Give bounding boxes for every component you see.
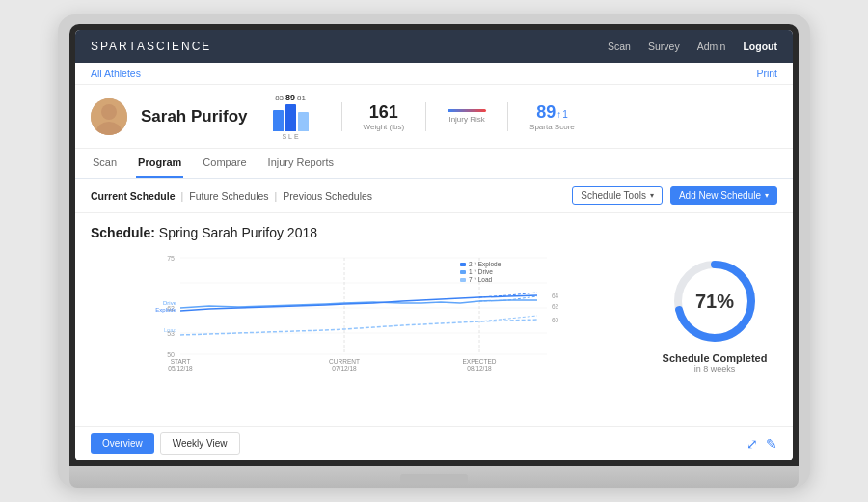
edit-icon[interactable]: ✎ xyxy=(766,436,777,452)
bar-l xyxy=(285,104,296,131)
svg-text:2 * Explode: 2 * Explode xyxy=(469,261,502,268)
svg-text:START: START xyxy=(171,358,191,365)
injury-line xyxy=(448,109,486,112)
sparta-delta: 1 xyxy=(562,109,568,120)
weight-value: 161 xyxy=(364,102,405,123)
svg-text:64: 64 xyxy=(552,293,559,299)
print-link[interactable]: Print xyxy=(756,68,777,79)
bar-label-83: 83 xyxy=(275,94,284,102)
svg-text:7 * Load: 7 * Load xyxy=(469,276,493,283)
chevron-down-icon-2: ▾ xyxy=(765,191,769,200)
completion-label: Schedule Completed xyxy=(663,352,768,364)
divider-3 xyxy=(507,102,508,131)
main-content: Schedule: Spring Sarah Purifoy 2018 xyxy=(75,213,793,426)
svg-point-1 xyxy=(101,104,117,120)
divider-1 xyxy=(341,102,342,131)
divider-2 xyxy=(425,102,426,131)
brand-main: SPARTA xyxy=(91,40,147,53)
schedule-tools-label: Schedule Tools xyxy=(581,190,646,201)
svg-text:Load: Load xyxy=(164,327,176,333)
sparta-label: Sparta Score xyxy=(529,123,575,131)
score-bars: 83 89 81 S L xyxy=(273,93,309,140)
tab-scan[interactable]: Scan xyxy=(91,149,119,178)
bar-label-81: 81 xyxy=(297,94,306,102)
circle-container: 71% xyxy=(671,258,758,345)
tab-program[interactable]: Program xyxy=(136,149,183,178)
athlete-name: Sarah Purifoy xyxy=(141,107,248,126)
sparta-val: 89 xyxy=(536,102,556,123)
sub-header: All Athletes Print xyxy=(75,63,793,85)
svg-rect-25 xyxy=(460,270,466,274)
completion-sublabel: in 8 weeks xyxy=(694,364,736,374)
screen: SPARTASCIENCE Scan Survey Admin Logout A… xyxy=(75,30,793,460)
chart-completion-row: 75 62 53 50 xyxy=(91,248,777,376)
previous-schedules-link[interactable]: Previous Schedules xyxy=(283,190,372,202)
navbar: SPARTASCIENCE Scan Survey Admin Logout xyxy=(75,30,793,63)
svg-rect-27 xyxy=(460,278,466,282)
svg-text:08/12/18: 08/12/18 xyxy=(467,365,492,372)
svg-text:1 * Drive: 1 * Drive xyxy=(469,268,493,275)
brand-sub: SCIENCE xyxy=(147,40,211,53)
trackpad xyxy=(400,474,468,484)
nav-survey[interactable]: Survey xyxy=(648,41,680,52)
sep-2: | xyxy=(275,190,278,202)
schedule-tools-dropdown[interactable]: Schedule Tools ▾ xyxy=(572,186,663,205)
add-schedule-dropdown[interactable]: Add New Schedule ▾ xyxy=(670,186,777,205)
svg-text:62: 62 xyxy=(552,303,559,310)
bar-letter-l: L xyxy=(288,133,292,140)
laptop-shell: SPARTASCIENCE Scan Survey Admin Logout A… xyxy=(58,14,810,488)
tabs: Scan Program Compare Injury Reports xyxy=(75,149,793,179)
brand: SPARTASCIENCE xyxy=(91,40,211,53)
expand-icon[interactable]: ⤢ xyxy=(746,436,758,452)
completion-block: 71% Schedule Completed in 8 weeks xyxy=(652,258,777,374)
future-schedules-link[interactable]: Future Schedules xyxy=(189,190,268,202)
overview-button[interactable]: Overview xyxy=(91,433,154,454)
schedule-title-name: Spring Sarah Purifoy 2018 xyxy=(159,225,317,240)
weight-metric: 161 Weight (lbs) xyxy=(364,102,405,131)
toolbar-right: Schedule Tools ▾ Add New Schedule ▾ xyxy=(572,186,777,205)
svg-text:50: 50 xyxy=(167,351,175,358)
weekly-view-button[interactable]: Weekly View xyxy=(160,432,240,455)
svg-text:07/12/18: 07/12/18 xyxy=(332,365,357,372)
svg-text:60: 60 xyxy=(552,317,559,323)
athlete-bar: Sarah Purifoy 83 89 81 xyxy=(75,85,793,149)
svg-text:Drive: Drive xyxy=(163,300,177,306)
current-schedule-link[interactable]: Current Schedule xyxy=(91,190,176,202)
tab-compare[interactable]: Compare xyxy=(201,149,248,178)
bar-letter-e: E xyxy=(294,133,299,140)
nav-scan[interactable]: Scan xyxy=(608,41,631,52)
schedule-toolbar: Current Schedule | Future Schedules | Pr… xyxy=(75,179,793,213)
schedule-title: Schedule: Spring Sarah Purifoy 2018 xyxy=(91,225,777,240)
bottom-bar: Overview Weekly View ⤢ ✎ xyxy=(75,426,793,460)
svg-text:75: 75 xyxy=(167,255,175,262)
laptop-base xyxy=(69,466,799,488)
tab-injury-reports[interactable]: Injury Reports xyxy=(266,149,336,178)
app: SPARTASCIENCE Scan Survey Admin Logout A… xyxy=(75,30,793,460)
all-athletes-link[interactable]: All Athletes xyxy=(91,68,141,79)
bar-e xyxy=(298,112,309,131)
sparta-score-value: 89 ↑ 1 xyxy=(536,102,568,123)
svg-text:05/12/18: 05/12/18 xyxy=(168,365,193,372)
nav-links: Scan Survey Admin Logout xyxy=(608,41,777,52)
sparta-arrow: ↑ xyxy=(556,109,561,120)
nav-logout[interactable]: Logout xyxy=(743,41,777,52)
svg-text:CURRENT: CURRENT xyxy=(329,358,360,365)
svg-text:EXPECTED: EXPECTED xyxy=(462,358,496,365)
screen-bezel: SPARTASCIENCE Scan Survey Admin Logout A… xyxy=(69,24,799,466)
chart-area: 75 62 53 50 xyxy=(91,248,637,376)
bar-s xyxy=(273,110,284,131)
svg-rect-23 xyxy=(460,263,466,266)
chevron-down-icon: ▾ xyxy=(650,191,654,200)
injury-metric: Injury Risk xyxy=(448,109,486,124)
bottom-icons: ⤢ ✎ xyxy=(746,436,777,452)
line-chart: 75 62 53 50 xyxy=(91,248,637,374)
svg-text:Explode: Explode xyxy=(155,307,176,313)
avatar xyxy=(91,98,127,135)
add-schedule-label: Add New Schedule xyxy=(679,190,761,201)
sparta-score-block: 89 ↑ 1 Sparta Score xyxy=(529,102,575,131)
bar-letter-s: S xyxy=(282,133,286,140)
bar-label-89: 89 xyxy=(285,93,295,102)
nav-admin[interactable]: Admin xyxy=(697,41,726,52)
weight-label: Weight (lbs) xyxy=(364,123,405,131)
sep-1: | xyxy=(181,190,184,202)
